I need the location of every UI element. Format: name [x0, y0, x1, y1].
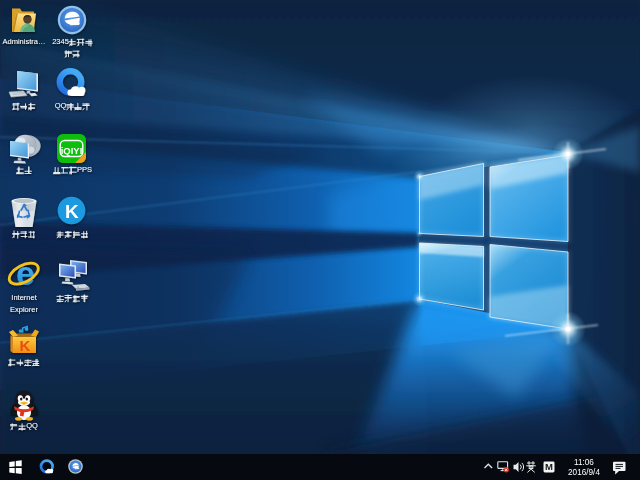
- svg-text:M: M: [545, 461, 553, 472]
- svg-text:11:06: 11:06: [574, 458, 594, 467]
- svg-text:2016/9/4: 2016/9/4: [568, 468, 600, 477]
